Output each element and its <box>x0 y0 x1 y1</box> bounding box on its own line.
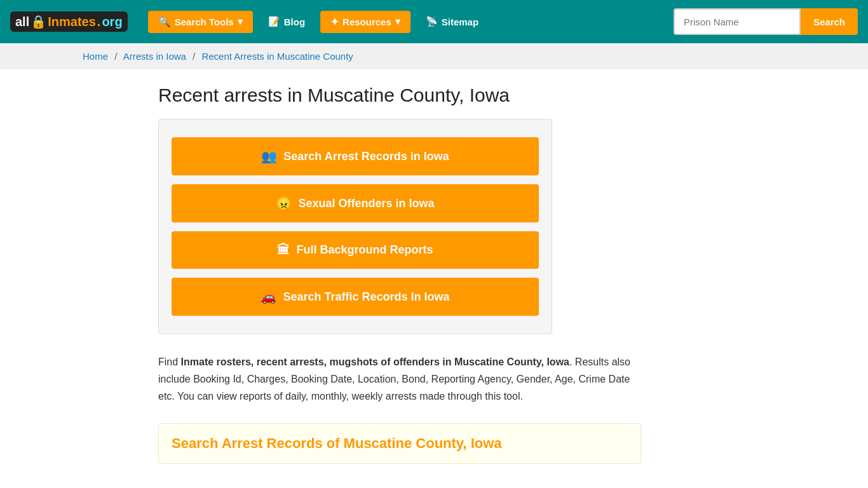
search-tools-icon: 🔍 <box>158 16 171 28</box>
resources-icon: ✦ <box>330 16 339 28</box>
traffic-records-button[interactable]: 🚗 Search Traffic Records In Iowa <box>172 278 539 316</box>
sexual-offenders-icon: 😠 <box>276 196 292 211</box>
prison-search-button[interactable]: Search <box>801 8 858 35</box>
page-title: Recent arrests in Muscatine County, Iowa <box>158 85 710 106</box>
logo-org: org <box>102 15 122 29</box>
logo-all: all <box>15 15 29 29</box>
search-tools-button[interactable]: 🔍 Search Tools ▾ <box>148 11 253 33</box>
resources-chevron-icon: ▾ <box>395 16 400 27</box>
description-text: Find Inmate rosters, recent arrests, mug… <box>158 353 641 405</box>
logo-dot: . <box>97 15 101 29</box>
description-prefix: Find <box>158 356 181 367</box>
background-reports-button[interactable]: 🏛 Full Background Reports <box>172 231 539 269</box>
sitemap-icon: 📡 <box>426 16 438 27</box>
main-content: Recent arrests in Muscatine County, Iowa… <box>148 69 720 488</box>
resources-button[interactable]: ✦ Resources ▾ <box>320 11 410 33</box>
arrest-records-icon: 👥 <box>261 149 277 164</box>
logo-icon: 🔒 <box>31 14 46 29</box>
traffic-records-icon: 🚗 <box>261 289 276 304</box>
search-tools-label: Search Tools <box>175 17 234 27</box>
prison-search-box: Search <box>674 8 858 35</box>
prison-search-label: Search <box>813 17 845 27</box>
resources-label: Resources <box>342 17 391 27</box>
sitemap-button[interactable]: 📡 Sitemap <box>418 11 486 32</box>
sexual-offenders-button[interactable]: 😠 Sexual Offenders in Iowa <box>172 184 539 222</box>
breadcrumb-sep-1: / <box>114 51 117 62</box>
breadcrumb-sep-2: / <box>193 51 195 62</box>
breadcrumb: Home / Arrests in Iowa / Recent Arrests … <box>0 43 868 69</box>
breadcrumb-arrests-iowa[interactable]: Arrests in Iowa <box>123 51 186 62</box>
action-button-panel: 👥 Search Arrest Records in Iowa 😠 Sexual… <box>158 119 552 334</box>
logo[interactable]: all 🔒 Inmates . org <box>10 11 128 32</box>
search-section: Search Arrest Records of Muscatine Count… <box>158 423 641 464</box>
prison-search-input[interactable] <box>674 8 801 35</box>
logo-inmates: Inmates <box>48 15 96 29</box>
sitemap-label: Sitemap <box>442 17 478 27</box>
breadcrumb-current: Recent Arrests in Muscatine County <box>201 51 353 62</box>
blog-icon: 📝 <box>268 16 280 27</box>
blog-button[interactable]: 📝 Blog <box>261 11 313 32</box>
background-reports-icon: 🏛 <box>277 243 290 257</box>
traffic-records-label: Search Traffic Records In Iowa <box>283 290 449 304</box>
sexual-offenders-label: Sexual Offenders in Iowa <box>298 197 434 210</box>
arrest-records-label: Search Arrest Records in Iowa <box>283 150 449 163</box>
navbar: all 🔒 Inmates . org 🔍 Search Tools ▾ 📝 B… <box>0 0 868 43</box>
description-bold: Inmate rosters, recent arrests, mugshots… <box>181 356 569 367</box>
breadcrumb-home[interactable]: Home <box>83 51 108 62</box>
search-section-title: Search Arrest Records of Muscatine Count… <box>172 435 628 452</box>
search-tools-chevron-icon: ▾ <box>238 16 243 27</box>
blog-label: Blog <box>284 17 305 27</box>
background-reports-label: Full Background Reports <box>296 243 433 257</box>
search-arrest-records-button[interactable]: 👥 Search Arrest Records in Iowa <box>172 137 539 175</box>
